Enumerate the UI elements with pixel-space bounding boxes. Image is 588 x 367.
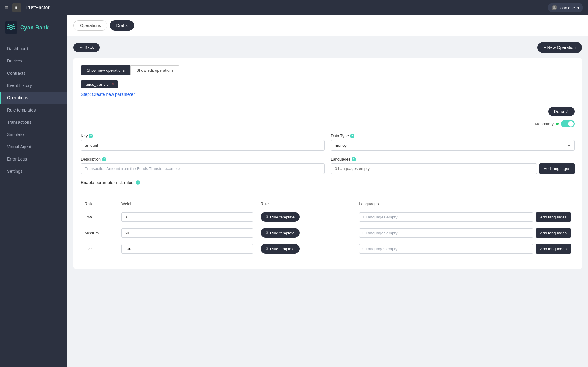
weight-cell	[118, 225, 257, 241]
rule-template-label: Rule template	[270, 215, 295, 219]
table-row: High ⧉ Rule template Add languages	[81, 241, 575, 257]
description-languages-grid: Description ? Languages ?	[81, 157, 575, 174]
rule-template-button-medium[interactable]: ⧉ Rule template	[261, 228, 300, 238]
risk-rules-info-icon[interactable]: ?	[136, 180, 140, 185]
hamburger-icon[interactable]: ≡	[5, 5, 8, 11]
show-new-operations-button[interactable]: Show new operations	[81, 65, 130, 75]
devices-label: Devices	[7, 59, 22, 63]
sidebar-item-virtual-agents[interactable]: Virtual Agents	[0, 141, 67, 153]
weight-cell	[118, 209, 257, 225]
operations-label: Operations	[7, 95, 28, 100]
risk-level-cell: Low	[81, 209, 118, 225]
rule-cell: ⧉ Rule template	[257, 209, 355, 225]
event-history-label: Event history	[7, 83, 32, 88]
show-edit-operations-button[interactable]: Show edit operations	[130, 65, 179, 75]
user-avatar-icon	[552, 5, 557, 10]
settings-label: Settings	[7, 169, 23, 174]
data-type-info-icon[interactable]: ?	[350, 134, 354, 138]
sidebar-item-simulator[interactable]: Simulator	[0, 128, 67, 141]
user-name-label: john.doe	[560, 6, 575, 10]
dashboard-label: Dashboard	[7, 46, 28, 51]
user-menu[interactable]: john.doe ▾	[548, 3, 583, 12]
description-input[interactable]	[81, 163, 325, 174]
sidebar: Cyan Bank Dashboard Devices Contracts Ev…	[0, 15, 67, 367]
sidebar-item-rule-templates[interactable]: Rule templates	[0, 104, 67, 116]
data-type-select[interactable]: money string number boolean	[331, 140, 575, 151]
add-languages-button-low[interactable]: Add languages	[536, 212, 571, 222]
risk-rules-label: Enable parameter risk rules	[81, 180, 133, 185]
topbar: ≡ tf TrustFactor john.doe ▾	[0, 0, 588, 15]
transactions-label: Transactions	[7, 120, 32, 125]
rule-template-label: Rule template	[270, 231, 295, 235]
done-row: Done ✓	[81, 107, 575, 116]
table-row: Medium ⧉ Rule template Add languages	[81, 225, 575, 241]
error-logs-label: Error Logs	[7, 157, 27, 161]
languages-cell: Add languages	[355, 209, 575, 225]
brand-logo-icon	[5, 21, 17, 34]
tab-drafts[interactable]: Drafts	[110, 20, 134, 31]
sidebar-item-error-logs[interactable]: Error Logs	[0, 153, 67, 165]
svg-point-3	[553, 8, 556, 9]
description-label: Description ?	[81, 157, 325, 161]
sidebar-item-settings[interactable]: Settings	[0, 165, 67, 177]
toggle-buttons: Show new operations Show edit operations	[81, 65, 575, 75]
main-panel: Show new operations Show edit operations…	[74, 58, 582, 269]
key-input[interactable]	[81, 140, 325, 151]
copy-icon: ⧉	[266, 230, 268, 235]
content-area: Operations Drafts ← Back + New Operation…	[67, 15, 588, 367]
sidebar-item-dashboard[interactable]: Dashboard	[0, 43, 67, 55]
sidebar-brand: Cyan Bank	[0, 15, 67, 40]
table-row: Low ⧉ Rule template Add languages	[81, 209, 575, 225]
new-operation-button[interactable]: + New Operation	[537, 42, 582, 53]
weight-cell	[118, 241, 257, 257]
key-datatype-grid: Key ? Data Type ? money	[81, 134, 575, 151]
content-tabs: Operations Drafts	[67, 15, 588, 36]
rule-template-button-high[interactable]: ⧉ Rule template	[261, 244, 300, 254]
svg-point-2	[553, 6, 555, 8]
key-info-icon[interactable]: ?	[89, 134, 93, 138]
copy-icon: ⧉	[266, 246, 268, 251]
languages-input-group: Add languages	[331, 163, 575, 174]
main-layout: Cyan Bank Dashboard Devices Contracts Ev…	[0, 15, 588, 367]
done-button[interactable]: Done ✓	[548, 107, 575, 116]
contracts-label: Contracts	[7, 71, 25, 76]
languages-group: Languages ? Add languages	[331, 157, 575, 174]
add-languages-button[interactable]: Add languages	[539, 163, 575, 174]
mandatory-toggle[interactable]	[561, 120, 575, 127]
chevron-down-icon: ▾	[577, 6, 579, 10]
lang-cell-input-medium[interactable]	[359, 228, 533, 238]
languages-label: Languages ?	[331, 157, 575, 161]
funds-transfer-tag: funds_transfer ×	[81, 80, 118, 88]
lang-cell-input-high[interactable]	[359, 244, 533, 254]
form-section: Done ✓ Mandatory	[81, 102, 575, 262]
weight-input-high[interactable]	[121, 244, 253, 254]
description-info-icon[interactable]: ?	[102, 157, 106, 161]
weight-input-medium[interactable]	[121, 228, 253, 238]
risk-table: Risk Weight Rule Languages Low ⧉	[81, 199, 575, 257]
back-button[interactable]: ← Back	[74, 43, 100, 52]
sidebar-item-devices[interactable]: Devices	[0, 55, 67, 67]
col-languages: Languages	[355, 199, 575, 209]
tag-label: funds_transfer	[85, 82, 110, 87]
sidebar-item-transactions[interactable]: Transactions	[0, 116, 67, 128]
col-risk: Risk	[81, 199, 118, 209]
lang-cell-input-low[interactable]	[359, 212, 533, 222]
sidebar-item-operations[interactable]: Operations	[0, 92, 67, 104]
languages-cell: Add languages	[355, 241, 575, 257]
tag-close-icon[interactable]: ×	[112, 82, 114, 87]
add-languages-button-high[interactable]: Add languages	[536, 244, 571, 254]
sidebar-item-event-history[interactable]: Event history	[0, 79, 67, 92]
svg-text:tf: tf	[15, 6, 17, 10]
languages-cell: Add languages	[355, 225, 575, 241]
risk-level-cell: High	[81, 241, 118, 257]
add-languages-button-medium[interactable]: Add languages	[536, 228, 571, 238]
rule-templates-label: Rule templates	[7, 108, 36, 112]
languages-input[interactable]	[331, 163, 537, 174]
weight-input-low[interactable]	[121, 212, 253, 222]
languages-info-icon[interactable]: ?	[352, 157, 356, 161]
step-link[interactable]: Step: Create new parameter	[81, 92, 575, 97]
sidebar-nav: Dashboard Devices Contracts Event histor…	[0, 40, 67, 180]
rule-template-button-low[interactable]: ⧉ Rule template	[261, 212, 300, 222]
tab-operations[interactable]: Operations	[74, 20, 107, 31]
sidebar-item-contracts[interactable]: Contracts	[0, 67, 67, 79]
